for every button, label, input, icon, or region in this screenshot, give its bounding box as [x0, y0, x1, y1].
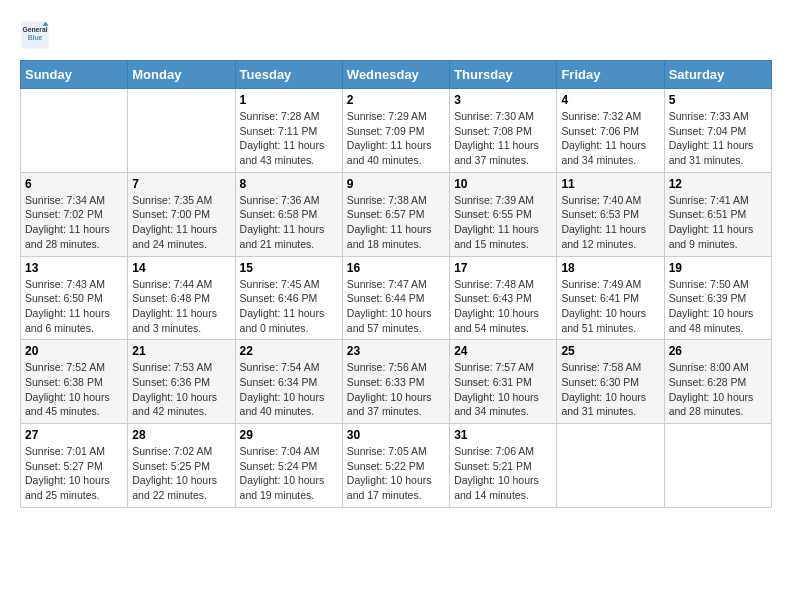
- calendar-cell: 29Sunrise: 7:04 AM Sunset: 5:24 PM Dayli…: [235, 424, 342, 508]
- page-header: General Blue: [20, 20, 772, 50]
- calendar-cell: 26Sunrise: 8:00 AM Sunset: 6:28 PM Dayli…: [664, 340, 771, 424]
- day-info: Sunrise: 7:49 AM Sunset: 6:41 PM Dayligh…: [561, 277, 659, 336]
- calendar-week-4: 20Sunrise: 7:52 AM Sunset: 6:38 PM Dayli…: [21, 340, 772, 424]
- calendar-cell: 31Sunrise: 7:06 AM Sunset: 5:21 PM Dayli…: [450, 424, 557, 508]
- col-header-friday: Friday: [557, 61, 664, 89]
- day-number: 2: [347, 93, 445, 107]
- calendar-week-3: 13Sunrise: 7:43 AM Sunset: 6:50 PM Dayli…: [21, 256, 772, 340]
- calendar-cell: 11Sunrise: 7:40 AM Sunset: 6:53 PM Dayli…: [557, 172, 664, 256]
- day-number: 29: [240, 428, 338, 442]
- day-number: 21: [132, 344, 230, 358]
- day-number: 4: [561, 93, 659, 107]
- svg-text:Blue: Blue: [28, 34, 43, 41]
- day-number: 11: [561, 177, 659, 191]
- day-number: 28: [132, 428, 230, 442]
- calendar-cell: 13Sunrise: 7:43 AM Sunset: 6:50 PM Dayli…: [21, 256, 128, 340]
- day-info: Sunrise: 7:29 AM Sunset: 7:09 PM Dayligh…: [347, 109, 445, 168]
- day-number: 8: [240, 177, 338, 191]
- calendar-cell: 20Sunrise: 7:52 AM Sunset: 6:38 PM Dayli…: [21, 340, 128, 424]
- calendar-cell: 5Sunrise: 7:33 AM Sunset: 7:04 PM Daylig…: [664, 89, 771, 173]
- calendar-cell: 6Sunrise: 7:34 AM Sunset: 7:02 PM Daylig…: [21, 172, 128, 256]
- day-info: Sunrise: 7:05 AM Sunset: 5:22 PM Dayligh…: [347, 444, 445, 503]
- calendar-cell: 27Sunrise: 7:01 AM Sunset: 5:27 PM Dayli…: [21, 424, 128, 508]
- col-header-sunday: Sunday: [21, 61, 128, 89]
- day-info: Sunrise: 7:56 AM Sunset: 6:33 PM Dayligh…: [347, 360, 445, 419]
- svg-text:General: General: [22, 26, 47, 33]
- col-header-tuesday: Tuesday: [235, 61, 342, 89]
- col-header-wednesday: Wednesday: [342, 61, 449, 89]
- day-info: Sunrise: 7:43 AM Sunset: 6:50 PM Dayligh…: [25, 277, 123, 336]
- day-info: Sunrise: 7:38 AM Sunset: 6:57 PM Dayligh…: [347, 193, 445, 252]
- day-info: Sunrise: 7:48 AM Sunset: 6:43 PM Dayligh…: [454, 277, 552, 336]
- calendar-cell: 7Sunrise: 7:35 AM Sunset: 7:00 PM Daylig…: [128, 172, 235, 256]
- day-info: Sunrise: 7:32 AM Sunset: 7:06 PM Dayligh…: [561, 109, 659, 168]
- day-info: Sunrise: 7:44 AM Sunset: 6:48 PM Dayligh…: [132, 277, 230, 336]
- calendar-cell: 12Sunrise: 7:41 AM Sunset: 6:51 PM Dayli…: [664, 172, 771, 256]
- day-info: Sunrise: 7:30 AM Sunset: 7:08 PM Dayligh…: [454, 109, 552, 168]
- calendar-cell: 8Sunrise: 7:36 AM Sunset: 6:58 PM Daylig…: [235, 172, 342, 256]
- day-number: 17: [454, 261, 552, 275]
- day-number: 31: [454, 428, 552, 442]
- day-number: 24: [454, 344, 552, 358]
- day-info: Sunrise: 7:47 AM Sunset: 6:44 PM Dayligh…: [347, 277, 445, 336]
- calendar-cell: 30Sunrise: 7:05 AM Sunset: 5:22 PM Dayli…: [342, 424, 449, 508]
- day-info: Sunrise: 7:45 AM Sunset: 6:46 PM Dayligh…: [240, 277, 338, 336]
- col-header-monday: Monday: [128, 61, 235, 89]
- calendar-week-1: 1Sunrise: 7:28 AM Sunset: 7:11 PM Daylig…: [21, 89, 772, 173]
- day-number: 9: [347, 177, 445, 191]
- day-number: 10: [454, 177, 552, 191]
- day-number: 3: [454, 93, 552, 107]
- calendar-cell: 10Sunrise: 7:39 AM Sunset: 6:55 PM Dayli…: [450, 172, 557, 256]
- day-number: 27: [25, 428, 123, 442]
- day-info: Sunrise: 7:53 AM Sunset: 6:36 PM Dayligh…: [132, 360, 230, 419]
- calendar-cell: 15Sunrise: 7:45 AM Sunset: 6:46 PM Dayli…: [235, 256, 342, 340]
- calendar-cell: 2Sunrise: 7:29 AM Sunset: 7:09 PM Daylig…: [342, 89, 449, 173]
- day-info: Sunrise: 7:40 AM Sunset: 6:53 PM Dayligh…: [561, 193, 659, 252]
- calendar-cell: 14Sunrise: 7:44 AM Sunset: 6:48 PM Dayli…: [128, 256, 235, 340]
- calendar-cell: [128, 89, 235, 173]
- calendar-table: SundayMondayTuesdayWednesdayThursdayFrid…: [20, 60, 772, 508]
- calendar-cell: 28Sunrise: 7:02 AM Sunset: 5:25 PM Dayli…: [128, 424, 235, 508]
- calendar-cell: 19Sunrise: 7:50 AM Sunset: 6:39 PM Dayli…: [664, 256, 771, 340]
- day-info: Sunrise: 7:28 AM Sunset: 7:11 PM Dayligh…: [240, 109, 338, 168]
- day-info: Sunrise: 7:33 AM Sunset: 7:04 PM Dayligh…: [669, 109, 767, 168]
- day-info: Sunrise: 7:52 AM Sunset: 6:38 PM Dayligh…: [25, 360, 123, 419]
- day-info: Sunrise: 7:34 AM Sunset: 7:02 PM Dayligh…: [25, 193, 123, 252]
- calendar-cell: 18Sunrise: 7:49 AM Sunset: 6:41 PM Dayli…: [557, 256, 664, 340]
- calendar-cell: 3Sunrise: 7:30 AM Sunset: 7:08 PM Daylig…: [450, 89, 557, 173]
- day-number: 30: [347, 428, 445, 442]
- calendar-cell: 16Sunrise: 7:47 AM Sunset: 6:44 PM Dayli…: [342, 256, 449, 340]
- day-number: 19: [669, 261, 767, 275]
- calendar-cell: 1Sunrise: 7:28 AM Sunset: 7:11 PM Daylig…: [235, 89, 342, 173]
- day-number: 6: [25, 177, 123, 191]
- day-info: Sunrise: 7:39 AM Sunset: 6:55 PM Dayligh…: [454, 193, 552, 252]
- calendar-cell: 4Sunrise: 7:32 AM Sunset: 7:06 PM Daylig…: [557, 89, 664, 173]
- day-number: 23: [347, 344, 445, 358]
- day-number: 15: [240, 261, 338, 275]
- col-header-saturday: Saturday: [664, 61, 771, 89]
- day-info: Sunrise: 7:36 AM Sunset: 6:58 PM Dayligh…: [240, 193, 338, 252]
- day-info: Sunrise: 7:58 AM Sunset: 6:30 PM Dayligh…: [561, 360, 659, 419]
- day-number: 1: [240, 93, 338, 107]
- day-info: Sunrise: 7:06 AM Sunset: 5:21 PM Dayligh…: [454, 444, 552, 503]
- day-number: 20: [25, 344, 123, 358]
- calendar-cell: 17Sunrise: 7:48 AM Sunset: 6:43 PM Dayli…: [450, 256, 557, 340]
- day-info: Sunrise: 7:04 AM Sunset: 5:24 PM Dayligh…: [240, 444, 338, 503]
- day-number: 18: [561, 261, 659, 275]
- calendar-cell: 22Sunrise: 7:54 AM Sunset: 6:34 PM Dayli…: [235, 340, 342, 424]
- col-header-thursday: Thursday: [450, 61, 557, 89]
- day-number: 26: [669, 344, 767, 358]
- day-info: Sunrise: 7:50 AM Sunset: 6:39 PM Dayligh…: [669, 277, 767, 336]
- day-number: 22: [240, 344, 338, 358]
- calendar-week-2: 6Sunrise: 7:34 AM Sunset: 7:02 PM Daylig…: [21, 172, 772, 256]
- calendar-cell: [21, 89, 128, 173]
- logo-icon: General Blue: [20, 20, 50, 50]
- calendar-cell: 9Sunrise: 7:38 AM Sunset: 6:57 PM Daylig…: [342, 172, 449, 256]
- day-info: Sunrise: 8:00 AM Sunset: 6:28 PM Dayligh…: [669, 360, 767, 419]
- day-number: 25: [561, 344, 659, 358]
- day-number: 5: [669, 93, 767, 107]
- calendar-cell: 24Sunrise: 7:57 AM Sunset: 6:31 PM Dayli…: [450, 340, 557, 424]
- day-number: 7: [132, 177, 230, 191]
- day-number: 14: [132, 261, 230, 275]
- day-info: Sunrise: 7:02 AM Sunset: 5:25 PM Dayligh…: [132, 444, 230, 503]
